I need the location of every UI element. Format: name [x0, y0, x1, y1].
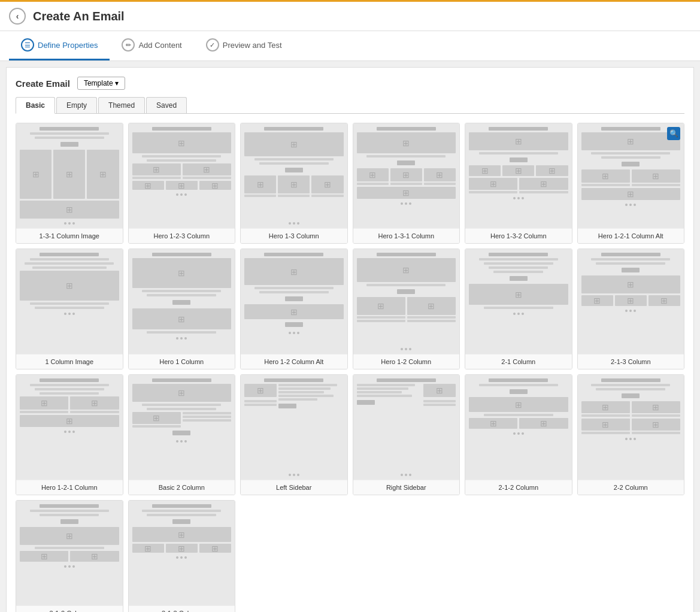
wizard-step-define-label: Define Properties: [38, 41, 98, 50]
template-label-4: Hero 1-3-1 Column: [353, 228, 460, 243]
tab-saved[interactable]: Saved: [146, 97, 187, 113]
template-label-17: 2-1-2 Column: [465, 480, 572, 495]
template-card-11[interactable]: 2-1 Column: [465, 249, 572, 369]
template-label-10: Hero 1-2 Column: [353, 354, 460, 369]
main-content: Create Email Template ▾ Basic Empty Them…: [6, 67, 694, 612]
wizard-step-preview[interactable]: ✓ Preview and Test: [194, 31, 294, 60]
tabs: Basic Empty Themed Saved: [16, 97, 684, 114]
wizard-step-add-label: Add Content: [138, 41, 181, 50]
template-card-2[interactable]: Hero 1-2-3 Column: [128, 123, 236, 244]
template-button[interactable]: Template ▾: [77, 77, 125, 90]
template-label-2: Hero 1-2-3 Column: [129, 228, 235, 243]
templates-grid: 1-3-1 Column Image: [16, 123, 684, 612]
template-card-19[interactable]: 3-1-2 Column: [16, 500, 123, 612]
template-card-9[interactable]: Hero 1-2 Column Alt: [240, 249, 348, 369]
template-card-4[interactable]: Hero 1-3-1 Column: [353, 123, 460, 244]
template-card-17[interactable]: 2-1-2 Column: [465, 374, 572, 495]
page-title: Create An Email: [33, 10, 125, 23]
content-title: Create Email: [16, 78, 70, 89]
template-card-3[interactable]: Hero 1-3 Column: [240, 123, 348, 244]
template-label-5: Hero 1-3-2 Column: [465, 228, 572, 243]
template-label-18: 2-2 Column: [578, 480, 684, 495]
template-label-6: Hero 1-2-1 Column Alt: [578, 228, 684, 243]
template-card-7[interactable]: 1 Column Image: [16, 249, 123, 369]
template-card-1[interactable]: 1-3-1 Column Image: [16, 123, 123, 244]
template-card-10[interactable]: Hero 1-2 Column: [353, 249, 460, 369]
template-card-15[interactable]: Left Sidebar: [240, 374, 348, 495]
wizard-bar: ☰ Define Properties ✏ Add Content ✓ Prev…: [0, 31, 700, 61]
preview-icon: ✓: [206, 38, 219, 51]
template-label-19: 3-1-2 Column: [16, 605, 123, 612]
content-header: Create Email Template ▾: [16, 77, 684, 90]
wizard-step-preview-label: Preview and Test: [223, 41, 282, 50]
back-button[interactable]: ‹: [9, 8, 26, 25]
template-label-16: Right Sidebar: [353, 480, 460, 495]
template-card-13[interactable]: Hero 1-2-1 Column: [16, 374, 123, 495]
define-icon: ☰: [21, 38, 34, 51]
tab-themed[interactable]: Themed: [98, 97, 145, 113]
template-label-15: Left Sidebar: [241, 480, 347, 495]
wizard-step-add[interactable]: ✏ Add Content: [110, 31, 193, 60]
template-card-14[interactable]: Basic 2 Column: [128, 374, 236, 495]
template-label-14: Basic 2 Column: [129, 480, 235, 495]
template-label-12: 2-1-3 Column: [578, 354, 684, 369]
template-label-1: 1-3-1 Column Image: [16, 228, 123, 243]
template-label-11: 2-1 Column: [465, 354, 572, 369]
template-card-20[interactable]: 3-1-3 Column: [128, 500, 236, 612]
template-label-7: 1 Column Image: [16, 354, 123, 369]
template-label-8: Hero 1 Column: [129, 354, 235, 369]
template-card-8[interactable]: Hero 1 Column: [128, 249, 236, 369]
template-label-3: Hero 1-3 Column: [241, 228, 347, 243]
template-label-9: Hero 1-2 Column Alt: [241, 354, 347, 369]
template-card-5[interactable]: Hero 1-3-2 Column: [465, 123, 572, 244]
search-overlay-icon: 🔍: [667, 127, 680, 140]
template-card-16[interactable]: Right Sidebar: [353, 374, 460, 495]
template-label-20: 3-1-3 Column: [129, 605, 235, 612]
template-label-13: Hero 1-2-1 Column: [16, 480, 123, 495]
tab-basic[interactable]: Basic: [16, 97, 55, 114]
template-card-6[interactable]: 🔍 Hero 1-2-1 Column Alt: [577, 123, 685, 244]
wizard-step-define[interactable]: ☰ Define Properties: [9, 31, 110, 60]
template-card-18[interactable]: 2-2 Column: [577, 374, 685, 495]
add-icon: ✏: [122, 38, 135, 51]
template-card-12[interactable]: 2-1-3 Column: [577, 249, 685, 369]
tab-empty[interactable]: Empty: [56, 97, 97, 113]
